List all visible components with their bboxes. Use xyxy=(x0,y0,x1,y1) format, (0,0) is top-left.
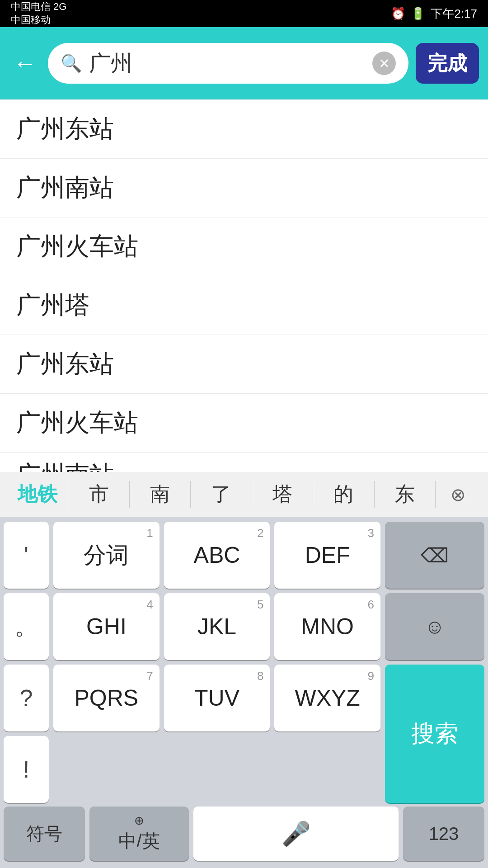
result-item[interactable]: 广州火车站 xyxy=(0,394,488,453)
punct-label: ' xyxy=(24,542,28,569)
header: ← 🔍 ✕ 完成 xyxy=(0,27,488,99)
mic-icon: 🎤 xyxy=(282,820,311,848)
candidate-item-4[interactable]: 塔 xyxy=(252,472,313,517)
result-item[interactable]: 广州火车站 xyxy=(0,217,488,276)
lang-label: 中/英 xyxy=(118,829,160,854)
key-num: 8 xyxy=(257,669,263,683)
key-3-def[interactable]: 3 DEF xyxy=(274,522,380,589)
keyboard-area: 地铁 市 南 了 塔 的 东 ⊗ xyxy=(0,472,488,868)
clear-button[interactable]: ✕ xyxy=(372,52,396,75)
key-main: PQRS xyxy=(74,685,138,711)
punct-key-comma[interactable]: ' xyxy=(4,522,49,589)
lang-key[interactable]: ⊕ 中/英 xyxy=(89,807,189,861)
search-input[interactable] xyxy=(89,51,365,76)
key-num: 9 xyxy=(368,669,374,683)
candidate-item-0[interactable]: 地铁 xyxy=(7,472,68,517)
key-2-abc[interactable]: 2 ABC xyxy=(164,522,270,589)
backspace-icon: ⌫ xyxy=(421,544,449,567)
key-row-1: 1 分词 2 ABC 3 DEF xyxy=(53,522,380,589)
carrier1-label: 中国电信 2G xyxy=(11,0,66,14)
key-4-ghi[interactable]: 4 GHI xyxy=(53,593,160,660)
center-grid: 1 分词 2 ABC 3 DEF xyxy=(53,522,380,589)
key-main: TUV xyxy=(194,685,239,711)
num-key[interactable]: 123 xyxy=(403,807,484,861)
result-item[interactable]: 广州东站 xyxy=(0,100,488,159)
key-9-wxyz[interactable]: 9 WXYZ xyxy=(274,665,380,731)
candidate-label: 市 xyxy=(89,481,109,508)
clear-icon: ✕ xyxy=(379,56,390,71)
candidate-item-6[interactable]: 东 xyxy=(375,472,435,517)
symbol-key[interactable]: 符号 xyxy=(4,807,85,861)
status-bar: 中国电信 2G 中国移动 ⏰ 🔋 下午2:17 xyxy=(0,0,488,27)
key-num: 7 xyxy=(146,669,153,683)
alarm-icon: ⏰ xyxy=(391,7,405,21)
punct-key-period[interactable]: 。 xyxy=(4,593,49,660)
candidate-label: 南 xyxy=(150,481,170,508)
search-icon: 🔍 xyxy=(61,53,82,73)
result-text: 广州火车站 xyxy=(16,406,138,439)
key-num: 4 xyxy=(146,598,153,612)
main-keys-row2: 。 4 GHI 5 JKL 6 MNO xyxy=(4,593,484,660)
key-main: JKL xyxy=(197,613,236,640)
key-main: WXYZ xyxy=(295,685,360,711)
key-num: 6 xyxy=(368,598,374,612)
key-5-jkl[interactable]: 5 JKL xyxy=(164,593,270,660)
main-keys-row1: ' 1 分词 2 ABC 3 DEF xyxy=(4,522,484,589)
candidate-bar: 地铁 市 南 了 塔 的 东 ⊗ xyxy=(0,472,488,517)
back-button[interactable]: ← xyxy=(9,47,41,79)
key-main: MNO xyxy=(301,613,354,640)
carrier2-label: 中国移动 xyxy=(11,14,66,27)
backspace-button[interactable]: ⌫ xyxy=(385,522,484,589)
time-label: 下午2:17 xyxy=(431,6,477,22)
candidate-label: 的 xyxy=(333,481,353,508)
key-main: ABC xyxy=(194,542,240,568)
search-button[interactable]: 搜索 xyxy=(385,665,484,803)
carrier-info: 中国电信 2G 中国移动 xyxy=(11,0,66,26)
candidate-item-2[interactable]: 南 xyxy=(130,472,190,517)
key-num: 1 xyxy=(146,526,153,540)
punct-label: 。 xyxy=(14,611,38,642)
punct-label: ? xyxy=(20,684,33,712)
right-col-r1: ⌫ xyxy=(385,522,484,589)
result-item[interactable]: 广州南站 xyxy=(0,159,488,217)
globe-icon: ⊕ xyxy=(134,814,144,828)
candidate-label: 东 xyxy=(395,481,415,508)
space-key[interactable]: 🎤 xyxy=(193,807,399,861)
punct-col-r2: 。 xyxy=(4,593,49,660)
candidate-item-5[interactable]: 的 xyxy=(313,472,374,517)
key-main: DEF xyxy=(305,542,350,568)
right-col-r2: ☺ xyxy=(385,593,484,660)
candidate-item-3[interactable]: 了 xyxy=(191,472,251,517)
candidate-label: 了 xyxy=(211,481,231,508)
punct-key-question[interactable]: ? xyxy=(4,665,49,731)
key-6-mno[interactable]: 6 MNO xyxy=(274,593,380,660)
result-item[interactable]: 广州东站 xyxy=(0,335,488,394)
bottom-row: 符号 ⊕ 中/英 🎤 123 xyxy=(0,807,488,868)
done-button[interactable]: 完成 xyxy=(416,43,479,84)
punct-col-r3: ? ! xyxy=(4,665,49,803)
result-item[interactable]: 广州塔 xyxy=(0,276,488,335)
key-num: 5 xyxy=(257,598,263,612)
battery-icon: 🔋 xyxy=(411,7,425,21)
num-label: 123 xyxy=(429,824,459,844)
punct-label: ! xyxy=(23,756,29,783)
punct-key-exclaim[interactable]: ! xyxy=(4,736,49,803)
done-label: 完成 xyxy=(427,50,467,77)
result-text: 广州南站 xyxy=(16,171,114,204)
center-grid-r3: 7 PQRS 8 TUV 9 WXYZ xyxy=(53,665,380,803)
emoji-button[interactable]: ☺ xyxy=(385,593,484,660)
candidate-delete-icon: ⊗ xyxy=(450,484,466,505)
key-num: 3 xyxy=(368,526,374,540)
candidate-item-1[interactable]: 市 xyxy=(68,472,129,517)
main-keys-row3: ? ! 7 PQRS 8 TUV 9 xyxy=(4,665,484,803)
center-grid-r2: 4 GHI 5 JKL 6 MNO xyxy=(53,593,380,660)
key-8-tuv[interactable]: 8 TUV xyxy=(164,665,270,731)
right-col-r3: 搜索 xyxy=(385,665,484,803)
key-1-fenci[interactable]: 1 分词 xyxy=(53,522,160,589)
back-arrow-icon: ← xyxy=(13,50,37,77)
key-7-pqrs[interactable]: 7 PQRS xyxy=(53,665,160,731)
candidate-label: 地铁 xyxy=(18,481,57,508)
result-text: 广州东站 xyxy=(16,113,114,146)
result-text: 广州塔 xyxy=(16,289,89,322)
candidate-delete-button[interactable]: ⊗ xyxy=(436,484,481,505)
